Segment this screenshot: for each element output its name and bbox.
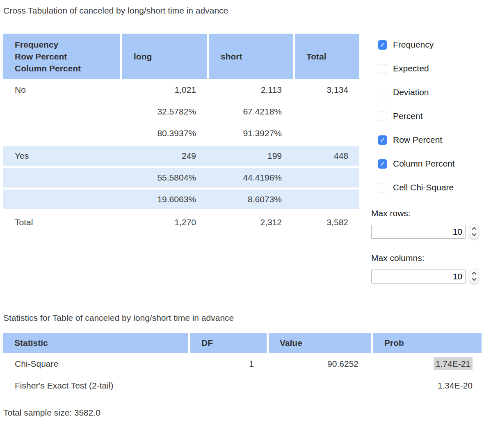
statistics-header-row: Statistic DF Value Prob (3, 333, 482, 353)
crosstab-header-row: Frequency Row Percent Column Percent lon… (3, 34, 359, 79)
max-columns-label: Max columns: (371, 253, 481, 263)
cell-total-short: 2,312 (209, 217, 293, 227)
crosstab-title: Cross Tabulation of canceled by long/sho… (3, 6, 484, 16)
checkmark-icon: ✓ (379, 160, 385, 167)
chi-square-value: 90.6252 (269, 359, 371, 369)
cell-yes-short-freq: 199 (209, 151, 293, 161)
cell-yes-total-freq: 448 (295, 151, 359, 161)
column-percent-checkbox[interactable]: ✓ (378, 159, 387, 169)
chevron-down-icon[interactable] (472, 276, 476, 281)
table-row-no-row-percent: 32.5782% 67.4218% (3, 101, 359, 122)
table-row-no-frequency: No 1,021 2,113 3,134 (3, 79, 359, 101)
statistic-name: Fisher's Exact Test (2-tail) (3, 381, 188, 391)
column-header-short: short (209, 34, 293, 79)
row-label: Yes (3, 151, 120, 161)
cell-yes-long-rowpct: 55.5804% (122, 173, 207, 183)
options-panel: ✓ Frequency ✓ Expected ✓ Deviation ✓ Per… (371, 34, 481, 284)
checkbox-label-deviation: Deviation (393, 87, 429, 97)
expected-checkbox[interactable]: ✓ (378, 64, 387, 73)
cell-no-short-rowpct: 67.4218% (209, 107, 293, 117)
table-row-fisher: Fisher's Exact Test (2-tail) 1.34E-20 (3, 375, 482, 396)
table-row-total: Total 1,270 2,312 3,582 (3, 211, 359, 233)
checkbox-label-percent: Percent (393, 111, 422, 121)
checkbox-row-expected: ✓ Expected (371, 61, 481, 76)
column-header-df: DF (190, 333, 267, 353)
crosstab-table: Frequency Row Percent Column Percent lon… (3, 34, 359, 233)
fisher-prob: 1.34E-20 (438, 381, 473, 390)
corner-line-column-percent: Column Percent (15, 62, 120, 74)
checkbox-label-frequency: Frequency (393, 40, 434, 50)
checkbox-row-row-percent: ✓ Row Percent (371, 133, 481, 147)
cell-no-total-freq: 3,134 (295, 85, 359, 95)
checkbox-label-cell-chi-square: Cell Chi-Square (393, 183, 454, 192)
cell-no-long-freq: 1,021 (122, 85, 207, 95)
cell-yes-long-freq: 249 (122, 151, 207, 161)
row-percent-checkbox[interactable]: ✓ (378, 135, 387, 145)
chi-square-prob: 1.74E-21 (434, 357, 473, 370)
table-row-yes-col-percent: 19.6063% 8.6073% (3, 190, 359, 209)
table-row-chi-square: Chi-Square 1 90.6252 1.74E-21 (3, 353, 482, 375)
checkbox-row-deviation: ✓ Deviation (371, 85, 481, 100)
table-row-yes-row-percent: 55.5804% 44.4196% (3, 168, 359, 187)
max-columns-input[interactable] (371, 270, 466, 283)
checkbox-label-row-percent: Row Percent (393, 135, 442, 145)
cell-no-long-colpct: 80.3937% (122, 128, 207, 138)
frequency-checkbox[interactable]: ✓ (378, 40, 387, 50)
checkmark-icon: ✓ (379, 41, 385, 48)
cell-total-long: 1,270 (122, 217, 207, 227)
deviation-checkbox[interactable]: ✓ (378, 88, 387, 97)
corner-line-frequency: Frequency (15, 39, 120, 50)
max-rows-control (371, 224, 481, 240)
column-header-prob: Prob (373, 333, 482, 353)
max-columns-control (371, 269, 481, 284)
row-label: Total (3, 217, 120, 227)
max-rows-stepper[interactable] (469, 224, 479, 240)
cell-yes-short-colpct: 8.6073% (209, 194, 293, 204)
cell-chi-square-checkbox[interactable]: ✓ (378, 183, 387, 192)
cell-yes-short-rowpct: 44.4196% (209, 173, 293, 183)
column-header-long: long (122, 34, 207, 79)
cell-no-short-colpct: 91.3927% (209, 128, 293, 138)
cell-no-long-rowpct: 32.5782% (122, 107, 207, 117)
checkmark-icon: ✓ (379, 137, 385, 144)
statistics-title: Statistics for Table of canceled by long… (3, 313, 484, 323)
row-label: No (3, 85, 120, 95)
crosstab-corner-cell: Frequency Row Percent Column Percent (3, 34, 120, 79)
total-sample-size: Total sample size: 3582.0 (3, 408, 484, 418)
cell-no-short-freq: 2,113 (209, 85, 293, 95)
statistics-table: Statistic DF Value Prob Chi-Square 1 90.… (3, 333, 482, 396)
table-row-yes-frequency: Yes 249 199 448 (3, 146, 359, 166)
checkbox-label-expected: Expected (393, 64, 429, 73)
max-rows-input[interactable] (371, 225, 466, 239)
cell-total-total: 3,582 (295, 217, 359, 227)
checkbox-row-cell-chi-square: ✓ Cell Chi-Square (371, 180, 481, 195)
checkbox-row-percent: ✓ Percent (371, 109, 481, 123)
checkbox-label-column-percent: Column Percent (393, 159, 455, 169)
chevron-down-icon[interactable] (472, 231, 476, 236)
column-header-statistic: Statistic (3, 333, 188, 353)
column-header-total: Total (295, 34, 359, 79)
table-row-no-col-percent: 80.3937% 91.3927% (3, 122, 359, 144)
percent-checkbox[interactable]: ✓ (378, 112, 387, 121)
main-content: Frequency Row Percent Column Percent lon… (3, 34, 484, 284)
checkbox-row-frequency: ✓ Frequency (371, 37, 481, 52)
chi-square-df: 1 (190, 359, 267, 369)
statistic-name: Chi-Square (3, 359, 188, 369)
max-columns-stepper[interactable] (469, 269, 479, 284)
max-rows-label: Max rows: (371, 208, 481, 218)
cell-yes-long-colpct: 19.6063% (122, 194, 207, 204)
corner-line-row-percent: Row Percent (15, 50, 120, 62)
checkbox-row-column-percent: ✓ Column Percent (371, 156, 481, 171)
column-header-value: Value (269, 333, 371, 353)
